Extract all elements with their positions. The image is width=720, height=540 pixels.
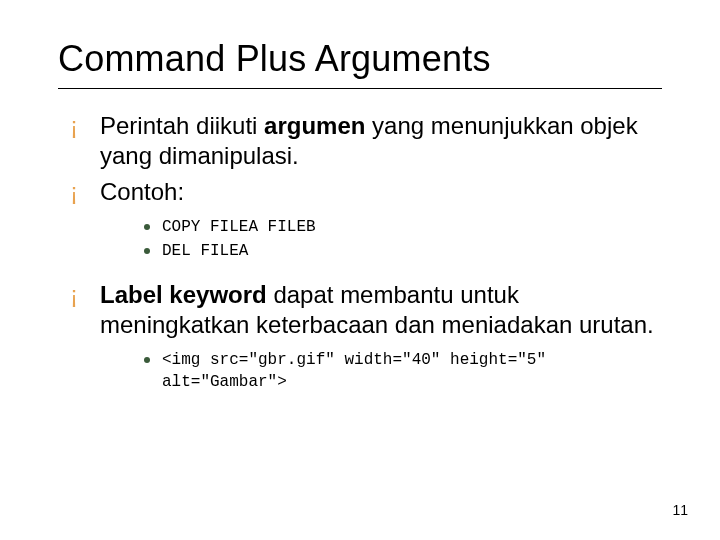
bullet-2-sublist: COPY FILEA FILEB DEL FILEA [100,217,662,262]
bullet-3-bold: Label keyword [100,281,267,308]
bullet-3: Label keyword dapat membantu untuk menin… [58,280,662,393]
slide-title: Command Plus Arguments [58,38,662,80]
bullet-3-sub-1: <img src="gbr.gif" width="40" height="5"… [100,350,662,393]
bullet-2: Contoh: COPY FILEA FILEB DEL FILEA [58,177,662,262]
slide: Command Plus Arguments Perintah diikuti … [0,0,720,540]
bullet-3-sublist: <img src="gbr.gif" width="40" height="5"… [100,350,662,393]
bullet-1-pre: Perintah diikuti [100,112,264,139]
title-rule [58,88,662,89]
bullet-1-bold: argumen [264,112,365,139]
main-list: Perintah diikuti argumen yang menunjukka… [58,111,662,393]
bullet-1: Perintah diikuti argumen yang menunjukka… [58,111,662,171]
page-number: 11 [672,502,688,518]
bullet-2-sub-1: COPY FILEA FILEB [100,217,662,239]
bullet-2-text: Contoh: [100,178,184,205]
bullet-2-sub-2: DEL FILEA [100,241,662,263]
